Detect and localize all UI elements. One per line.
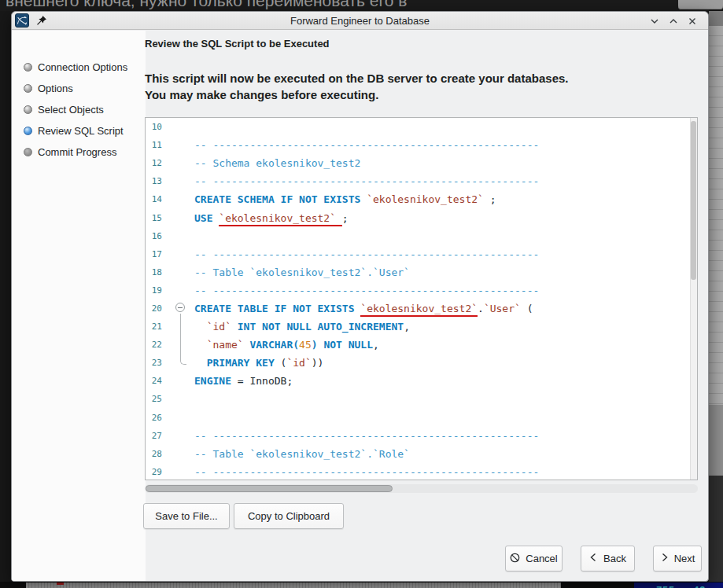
line-number: 20 xyxy=(146,303,168,314)
code-line[interactable]: 23 PRIMARY KEY (`id`)) xyxy=(146,354,697,372)
line-number: 17 xyxy=(146,249,168,259)
minimize-button[interactable] xyxy=(648,15,661,28)
background-ruler xyxy=(26,582,561,588)
cancel-icon xyxy=(510,553,520,565)
background-right-upper xyxy=(709,11,723,26)
instruction-text: This script will now be executed on the … xyxy=(145,70,569,103)
code-line[interactable]: 11-- -----------------------------------… xyxy=(146,136,697,154)
fold-margin xyxy=(168,445,194,463)
fold-guide-corner xyxy=(180,354,186,365)
code-line[interactable]: 27-- -----------------------------------… xyxy=(146,427,697,445)
fold-margin xyxy=(168,263,194,281)
code-text: -- Schema ekolesnikov_test2 xyxy=(194,157,360,169)
close-icon[interactable] xyxy=(686,15,699,28)
copy-to-clipboard-button[interactable]: Copy to Clipboard xyxy=(234,503,344,529)
fold-margin xyxy=(168,136,194,154)
code-text: ENGINE = InnoDB; xyxy=(194,375,293,387)
code-line[interactable]: 18-- Table `ekolesnikov_test2`.`User` xyxy=(146,263,697,281)
fold-margin xyxy=(168,300,194,318)
background-scrollbar-thumb xyxy=(678,0,723,9)
fold-margin xyxy=(168,190,194,208)
title-bar[interactable]: Forward Engineer to Database xyxy=(12,12,708,30)
line-number: 18 xyxy=(146,267,168,277)
sidebar-step-options[interactable]: Options xyxy=(12,78,146,99)
line-number: 21 xyxy=(146,322,168,332)
code-line[interactable]: 29-- -----------------------------------… xyxy=(146,463,697,480)
code-line[interactable]: 19-- -----------------------------------… xyxy=(146,281,697,300)
code-line[interactable]: 17-- -----------------------------------… xyxy=(146,245,697,263)
code-text: `name` VARCHAR(45) NOT NULL, xyxy=(194,339,379,351)
save-to-file-label: Save to File... xyxy=(155,510,217,522)
code-line[interactable]: 20CREATE TABLE IF NOT EXISTS `ekolesniko… xyxy=(146,300,697,318)
save-to-file-button[interactable]: Save to File... xyxy=(143,503,230,529)
fold-margin xyxy=(168,463,194,480)
instruction-line-2: You may make changes before executing. xyxy=(145,86,569,103)
fold-margin xyxy=(168,154,194,172)
fold-guide-line xyxy=(180,336,181,354)
code-text: -- -------------------------------------… xyxy=(194,139,539,151)
background-right-lines xyxy=(709,26,723,405)
background-right-scrollbar xyxy=(709,0,723,588)
code-line[interactable]: 26 xyxy=(146,409,697,427)
code-line[interactable]: 13-- -----------------------------------… xyxy=(146,172,697,190)
fold-margin xyxy=(168,427,194,445)
line-number: 24 xyxy=(146,376,168,386)
code-line[interactable]: 12-- Schema ekolesnikov_test2 xyxy=(146,154,697,172)
fold-margin xyxy=(168,208,194,226)
code-line[interactable]: 10 xyxy=(146,118,697,136)
chevron-right-icon xyxy=(660,553,669,564)
maximize-button[interactable] xyxy=(667,15,680,28)
back-button[interactable]: Back xyxy=(581,546,635,571)
next-button[interactable]: Next xyxy=(653,546,702,571)
code-line[interactable]: 15USE `ekolesnikov_test2` ; xyxy=(146,208,697,226)
line-number: 15 xyxy=(146,213,168,223)
sidebar-step-select-objects[interactable]: Select Objects xyxy=(12,99,146,120)
fold-margin xyxy=(168,390,194,408)
step-bullet-icon xyxy=(24,84,32,93)
code-line[interactable]: 24ENGINE = InnoDB; xyxy=(146,372,697,390)
screen: внешнего ключа, нужно только переименова… xyxy=(0,0,723,588)
sidebar-step-commit-progress[interactable]: Commit Progress xyxy=(12,141,146,163)
forward-engineer-dialog: Forward Engineer to Database Connection … xyxy=(11,11,709,582)
sql-script-editor[interactable]: 1011-- ---------------------------------… xyxy=(145,117,698,480)
code-text: -- -------------------------------------… xyxy=(194,175,539,187)
editor-vertical-scrollbar-thumb[interactable] xyxy=(691,121,696,280)
step-label: Options xyxy=(38,83,73,94)
background-ruler-marker xyxy=(57,582,64,585)
background-document-text: внешнего ключа, нужно только переименова… xyxy=(6,0,407,10)
fold-margin xyxy=(168,409,194,427)
line-number: 13 xyxy=(146,176,168,186)
code-text: -- Table `ekolesnikov_test2`.`User` xyxy=(194,266,410,278)
line-number: 26 xyxy=(146,413,168,423)
line-number: 10 xyxy=(146,122,168,132)
fold-collapse-icon[interactable] xyxy=(175,303,185,312)
code-text: -- -------------------------------------… xyxy=(194,248,539,260)
step-label: Select Objects xyxy=(38,104,104,116)
editor-vertical-scrollbar[interactable] xyxy=(690,118,697,480)
code-line[interactable]: 25 xyxy=(146,390,697,408)
page-title: Review the SQL Script to be Executed xyxy=(145,38,330,50)
editor-horizontal-scrollbar-thumb[interactable] xyxy=(146,485,393,492)
code-line[interactable]: 28-- Table `ekolesnikov_test2`.`Role` xyxy=(146,445,697,463)
line-number: 19 xyxy=(146,285,168,296)
code-line[interactable]: 21 `id` INT NOT NULL AUTO_INCREMENT, xyxy=(146,318,697,336)
code-text: `id` INT NOT NULL AUTO_INCREMENT, xyxy=(194,321,410,333)
code-line[interactable]: 14CREATE SCHEMA IF NOT EXISTS `ekolesnik… xyxy=(146,190,697,208)
step-bullet-icon xyxy=(24,148,32,156)
line-number: 22 xyxy=(146,340,168,350)
sidebar-step-review-sql-script[interactable]: Review SQL Script xyxy=(12,120,146,141)
code-text: CREATE TABLE IF NOT EXISTS `ekolesnikov_… xyxy=(194,303,533,314)
code-line[interactable]: 22 `name` VARCHAR(45) NOT NULL, xyxy=(146,336,697,354)
editor-horizontal-scrollbar[interactable] xyxy=(145,484,698,493)
instruction-line-1: This script will now be executed on the … xyxy=(145,70,569,86)
sidebar-step-connection-options[interactable]: Connection Options xyxy=(12,57,146,78)
line-number: 14 xyxy=(146,194,168,204)
line-number: 11 xyxy=(146,140,168,150)
step-label: Review SQL Script xyxy=(38,125,124,137)
next-label: Next xyxy=(674,553,695,564)
code-text: -- -------------------------------------… xyxy=(194,430,539,442)
code-line[interactable]: 16 xyxy=(146,227,697,245)
background-clipped-text: 755 - 48 xyxy=(656,584,723,588)
back-label: Back xyxy=(603,553,626,564)
cancel-button[interactable]: Cancel xyxy=(505,546,563,571)
